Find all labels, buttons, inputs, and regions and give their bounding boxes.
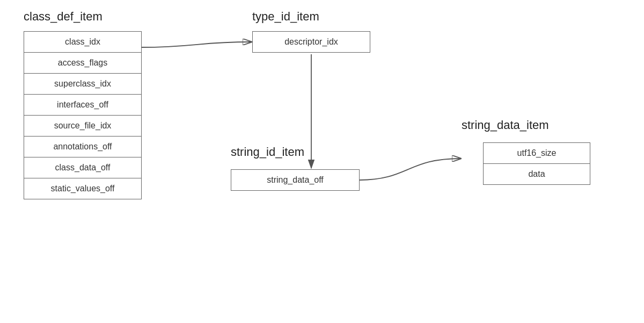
field-interfaces-off: interfaces_off	[24, 95, 141, 116]
field-string-data-off: string_data_off	[231, 170, 359, 190]
string-id-item-title: string_id_item	[231, 145, 304, 159]
arrow-string-data-off-to-string-data	[360, 159, 460, 180]
field-data: data	[484, 164, 590, 184]
class-def-item-title: class_def_item	[24, 10, 103, 24]
field-descriptor-idx: descriptor_idx	[253, 32, 370, 52]
string-id-item-table: string_data_off	[231, 169, 360, 191]
field-annotations-off: annotations_off	[24, 137, 141, 157]
type-id-item-table: descriptor_idx	[252, 31, 370, 53]
field-class-idx: class_idx	[24, 32, 141, 53]
type-id-item-title: type_id_item	[252, 10, 319, 24]
field-superclass-idx: superclass_idx	[24, 74, 141, 95]
field-source-file-idx: source_file_idx	[24, 116, 141, 137]
class-def-item-table: class_idx access_flags superclass_idx in…	[24, 31, 142, 199]
field-access-flags: access_flags	[24, 53, 141, 74]
string-data-item-table: utf16_size data	[483, 142, 590, 185]
field-utf16-size: utf16_size	[484, 143, 590, 164]
arrow-class-idx-to-type-id	[142, 42, 251, 47]
diagram-container: class_def_item class_idx access_flags su…	[0, 0, 644, 323]
string-data-item-title: string_data_item	[462, 118, 549, 132]
field-class-data-off: class_data_off	[24, 157, 141, 178]
field-static-values-off: static_values_off	[24, 178, 141, 199]
